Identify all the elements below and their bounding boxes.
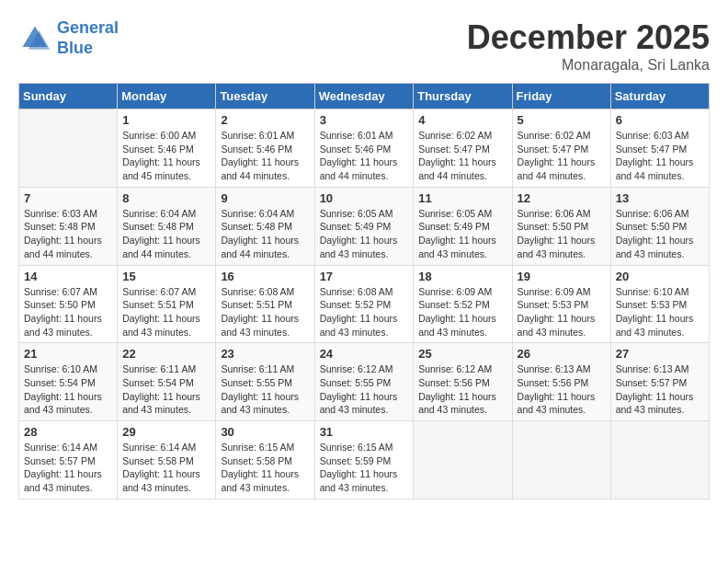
day-info: Sunrise: 6:08 AM Sunset: 5:52 PM Dayligh… [320,285,409,339]
day-number: 2 [221,113,309,127]
calendar-cell [610,421,709,500]
day-number: 31 [320,425,409,439]
day-info: Sunrise: 6:11 AM Sunset: 5:55 PM Dayligh… [221,362,309,417]
calendar-cell: 13Sunrise: 6:06 AM Sunset: 5:50 PM Dayli… [610,187,709,265]
day-info: Sunrise: 6:06 AM Sunset: 5:50 PM Dayligh… [518,207,606,261]
calendar-cell: 5Sunrise: 6:02 AM Sunset: 5:47 PM Daylig… [512,109,610,188]
day-header-saturday: Saturday [610,84,709,109]
calendar-cell: 30Sunrise: 6:15 AM Sunset: 5:58 PM Dayli… [216,421,314,500]
location: Monaragala, Sri Lanka [467,57,710,74]
day-number: 6 [616,113,704,127]
day-info: Sunrise: 6:13 AM Sunset: 5:56 PM Dayligh… [518,362,606,417]
day-info: Sunrise: 6:08 AM Sunset: 5:51 PM Dayligh… [221,285,309,339]
day-number: 9 [221,191,309,205]
header-row: SundayMondayTuesdayWednesdayThursdayFrid… [19,84,710,109]
calendar-cell: 25Sunrise: 6:12 AM Sunset: 5:56 PM Dayli… [414,343,512,421]
calendar-cell [512,421,610,500]
day-number: 27 [616,347,704,361]
day-info: Sunrise: 6:15 AM Sunset: 5:58 PM Dayligh… [221,441,309,495]
day-info: Sunrise: 6:04 AM Sunset: 5:48 PM Dayligh… [221,207,309,261]
day-number: 19 [518,270,606,283]
calendar-cell: 29Sunrise: 6:14 AM Sunset: 5:58 PM Dayli… [118,421,216,500]
day-header-friday: Friday [512,84,610,109]
day-header-sunday: Sunday [19,84,118,109]
calendar-week-4: 28Sunrise: 6:14 AM Sunset: 5:57 PM Dayli… [19,421,710,500]
calendar-cell: 20Sunrise: 6:10 AM Sunset: 5:53 PM Dayli… [610,265,709,343]
calendar-cell: 22Sunrise: 6:11 AM Sunset: 5:54 PM Dayli… [118,343,216,421]
day-number: 21 [24,347,112,361]
day-number: 24 [320,347,409,361]
calendar-cell: 1Sunrise: 6:00 AM Sunset: 5:46 PM Daylig… [118,109,216,188]
day-number: 4 [418,113,506,127]
calendar-cell: 6Sunrise: 6:03 AM Sunset: 5:47 PM Daylig… [610,109,709,188]
day-info: Sunrise: 6:09 AM Sunset: 5:52 PM Dayligh… [418,285,506,339]
logo-text: General Blue [57,18,119,58]
logo: General Blue [18,18,119,58]
calendar-cell: 23Sunrise: 6:11 AM Sunset: 5:55 PM Dayli… [216,343,314,421]
calendar-week-0: 1Sunrise: 6:00 AM Sunset: 5:46 PM Daylig… [19,109,710,188]
day-header-wednesday: Wednesday [314,84,414,109]
calendar-cell: 9Sunrise: 6:04 AM Sunset: 5:48 PM Daylig… [216,187,314,265]
calendar-cell: 4Sunrise: 6:02 AM Sunset: 5:47 PM Daylig… [414,109,512,188]
day-info: Sunrise: 6:14 AM Sunset: 5:57 PM Dayligh… [24,441,112,495]
day-info: Sunrise: 6:10 AM Sunset: 5:54 PM Dayligh… [24,362,112,417]
day-info: Sunrise: 6:00 AM Sunset: 5:46 PM Dayligh… [122,129,210,183]
calendar-cell: 17Sunrise: 6:08 AM Sunset: 5:52 PM Dayli… [314,265,414,343]
logo-general: General [57,18,119,37]
day-number: 28 [24,425,112,439]
calendar-cell: 7Sunrise: 6:03 AM Sunset: 5:48 PM Daylig… [19,187,118,265]
page-header: General Blue December 2025 Monaragala, S… [18,18,710,74]
calendar-cell: 2Sunrise: 6:01 AM Sunset: 5:46 PM Daylig… [216,109,314,188]
calendar-cell: 11Sunrise: 6:05 AM Sunset: 5:49 PM Dayli… [414,187,512,265]
day-info: Sunrise: 6:05 AM Sunset: 5:49 PM Dayligh… [418,207,506,261]
day-number: 30 [221,425,309,439]
day-number: 10 [320,191,409,205]
day-number: 25 [418,347,506,361]
day-number: 17 [320,270,409,283]
day-number: 11 [418,191,506,205]
day-info: Sunrise: 6:15 AM Sunset: 5:59 PM Dayligh… [320,441,409,495]
calendar-week-1: 7Sunrise: 6:03 AM Sunset: 5:48 PM Daylig… [19,187,710,265]
calendar-week-3: 21Sunrise: 6:10 AM Sunset: 5:54 PM Dayli… [19,343,710,421]
day-number: 13 [616,191,704,205]
day-number: 3 [320,113,409,127]
day-number: 12 [518,191,606,205]
calendar-cell: 31Sunrise: 6:15 AM Sunset: 5:59 PM Dayli… [314,421,414,500]
calendar-cell: 27Sunrise: 6:13 AM Sunset: 5:57 PM Dayli… [610,343,709,421]
calendar-cell: 8Sunrise: 6:04 AM Sunset: 5:48 PM Daylig… [118,187,216,265]
day-info: Sunrise: 6:01 AM Sunset: 5:46 PM Dayligh… [320,129,409,183]
calendar-cell: 19Sunrise: 6:09 AM Sunset: 5:53 PM Dayli… [512,265,610,343]
calendar-cell: 10Sunrise: 6:05 AM Sunset: 5:49 PM Dayli… [314,187,414,265]
day-info: Sunrise: 6:04 AM Sunset: 5:48 PM Dayligh… [122,207,210,261]
day-info: Sunrise: 6:11 AM Sunset: 5:54 PM Dayligh… [122,362,210,417]
day-info: Sunrise: 6:05 AM Sunset: 5:49 PM Dayligh… [320,207,409,261]
day-info: Sunrise: 6:02 AM Sunset: 5:47 PM Dayligh… [418,129,506,183]
calendar-cell: 14Sunrise: 6:07 AM Sunset: 5:50 PM Dayli… [19,265,118,343]
calendar-cell [414,421,512,500]
calendar-week-2: 14Sunrise: 6:07 AM Sunset: 5:50 PM Dayli… [19,265,710,343]
day-number: 7 [24,191,112,205]
title-section: December 2025 Monaragala, Sri Lanka [467,18,710,74]
day-number: 1 [122,113,210,127]
calendar-cell: 26Sunrise: 6:13 AM Sunset: 5:56 PM Dayli… [512,343,610,421]
day-number: 20 [616,270,704,283]
calendar-cell: 3Sunrise: 6:01 AM Sunset: 5:46 PM Daylig… [314,109,414,188]
day-info: Sunrise: 6:13 AM Sunset: 5:57 PM Dayligh… [616,362,704,417]
day-info: Sunrise: 6:03 AM Sunset: 5:47 PM Dayligh… [616,129,704,183]
day-header-tuesday: Tuesday [216,84,314,109]
calendar-cell: 12Sunrise: 6:06 AM Sunset: 5:50 PM Dayli… [512,187,610,265]
day-info: Sunrise: 6:01 AM Sunset: 5:46 PM Dayligh… [221,129,309,183]
month-title: December 2025 [467,18,710,57]
day-number: 5 [518,113,606,127]
calendar-cell: 15Sunrise: 6:07 AM Sunset: 5:51 PM Dayli… [118,265,216,343]
day-info: Sunrise: 6:07 AM Sunset: 5:50 PM Dayligh… [24,285,112,339]
day-number: 22 [122,347,210,361]
day-info: Sunrise: 6:03 AM Sunset: 5:48 PM Dayligh… [24,207,112,261]
day-header-thursday: Thursday [414,84,512,109]
day-number: 18 [418,270,506,283]
day-info: Sunrise: 6:12 AM Sunset: 5:56 PM Dayligh… [418,362,506,417]
day-info: Sunrise: 6:12 AM Sunset: 5:55 PM Dayligh… [320,362,409,417]
day-number: 26 [518,347,606,361]
logo-icon [18,22,51,55]
day-number: 15 [122,270,210,283]
